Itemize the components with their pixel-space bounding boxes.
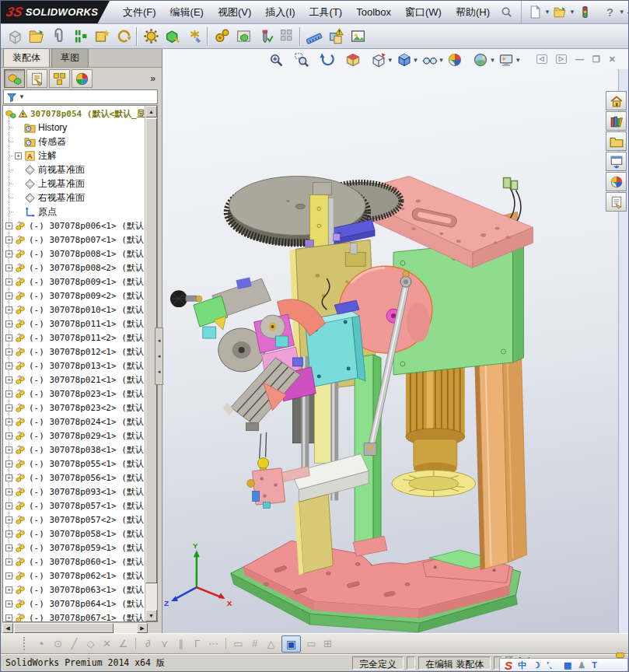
expand-icon[interactable]: +	[5, 502, 12, 509]
fastener-wizard-icon[interactable]	[254, 26, 276, 47]
tree-item[interactable]: + History	[3, 121, 145, 135]
expand-icon[interactable]: +	[5, 222, 12, 229]
filter-caret-icon[interactable]: ▼	[19, 93, 25, 100]
snap-relation-icon[interactable]: ⋯	[205, 638, 222, 649]
attachment-icon[interactable]	[47, 26, 69, 47]
tree-component-item[interactable]: + (-) 307078p023<1> (默认	[3, 387, 145, 401]
tree-component-item[interactable]: + (-) 307078p011<1> (默认	[3, 317, 145, 331]
ime-button[interactable]: ’、	[547, 661, 557, 670]
menu-item[interactable]: 文件(F)	[116, 2, 163, 23]
scroll-left-icon[interactable]: ◀	[2, 623, 13, 633]
model-base[interactable]	[231, 541, 521, 632]
tree-component-item[interactable]: + (-) 307078p059<1> (默认	[3, 541, 145, 555]
snap-relation-icon[interactable]: ∂	[140, 638, 156, 649]
sketch-icon[interactable]	[183, 26, 205, 47]
mate-icon[interactable]	[69, 26, 91, 47]
hud-button[interactable]: ▼	[318, 51, 344, 69]
move-gear-icon[interactable]	[140, 26, 162, 47]
tree-component-item[interactable]: + (-) 307078p057<2> (默认	[3, 513, 145, 527]
expand-icon[interactable]: +	[5, 306, 12, 313]
hud-button[interactable]: ▼	[471, 51, 497, 69]
tree-component-item[interactable]: + (-) 307078p058<1> (默认	[3, 527, 145, 541]
menu-item[interactable]: 窗口(W)	[398, 2, 449, 23]
scrollbar-thumb[interactable]	[14, 623, 114, 633]
search-button[interactable]	[497, 1, 516, 23]
tree-component-item[interactable]: + (-) 307078p012<1> (默认	[3, 345, 145, 359]
dropdown-caret-icon[interactable]: ▼	[439, 57, 445, 64]
snap-tool-icon[interactable]: ⊙	[50, 638, 66, 649]
scroll-down-icon[interactable]: ▼	[145, 610, 157, 621]
restore-doc-button[interactable]: ❐	[592, 55, 600, 64]
ime-button[interactable]: ♟	[578, 661, 585, 670]
hud-button[interactable]: ▼	[369, 51, 395, 69]
tree-component-item[interactable]: + (-) 307078p006<1> (默认	[3, 219, 145, 233]
measure-icon[interactable]	[303, 26, 325, 47]
expand-icon[interactable]: +	[5, 558, 12, 565]
dropdown-caret-icon[interactable]: ▼	[544, 9, 550, 16]
snap-grid-icon[interactable]: ▭	[230, 638, 246, 649]
tree-item[interactable]: + 传感器	[3, 135, 145, 149]
expand-icon[interactable]: +	[5, 516, 12, 523]
ime-button[interactable]: ☽	[533, 661, 540, 670]
hud-button[interactable]: ▼	[497, 51, 522, 69]
task-pane-tab[interactable]	[606, 111, 627, 131]
quick-button[interactable]	[528, 5, 543, 20]
gold-gears-icon[interactable]	[211, 26, 232, 47]
document-tab[interactable]: 装配体	[3, 48, 50, 67]
snap-tool-icon[interactable]: •	[33, 638, 50, 649]
expand-icon[interactable]: +	[5, 446, 12, 453]
pattern-gray-icon[interactable]	[276, 26, 298, 47]
snap-tool-icon[interactable]: ◇	[82, 638, 99, 649]
pane-overflow-chevron[interactable]: »	[150, 73, 159, 84]
tree-item[interactable]: + 右视基准面	[3, 191, 145, 205]
tree-item[interactable]: + 上视基准面	[3, 177, 145, 191]
tree-component-item[interactable]: + (-) 307078p064<1> (默认	[3, 597, 145, 611]
open-folder-icon[interactable]	[26, 26, 47, 47]
tree-component-item[interactable]: + (-) 307078p008<1> (默认	[3, 247, 145, 261]
menu-item[interactable]: 工具(T)	[302, 2, 350, 23]
toolbar-drag-handle[interactable]	[23, 637, 26, 650]
hud-button[interactable]: ▼	[292, 51, 318, 69]
ime-toolbar[interactable]: S 中☽’、▦♟T	[499, 658, 628, 671]
tree-component-item[interactable]: + (-) 307078p023<2> (默认	[3, 401, 145, 415]
task-pane-tab[interactable]	[606, 152, 627, 171]
menu-item[interactable]: 编辑(E)	[163, 2, 211, 23]
tree-component-item[interactable]: + (-) 307078p060<1> (默认	[3, 555, 145, 569]
pane-tab[interactable]	[4, 69, 25, 88]
snap-grid-icon[interactable]: △	[263, 638, 279, 649]
tree-component-item[interactable]: + (-) 307078p062<1> (默认	[3, 569, 145, 583]
expand-icon[interactable]: +	[5, 236, 12, 243]
ime-button[interactable]: ▦	[564, 661, 571, 670]
menu-item[interactable]: 插入(I)	[258, 2, 302, 23]
tree-root-item[interactable]: 307078p054 (默认<默认_显	[3, 107, 145, 121]
tree-component-item[interactable]: + (-) 307078p055<1> (默认	[3, 457, 145, 471]
quick-button[interactable]	[603, 5, 618, 20]
pane-tab[interactable]	[72, 69, 93, 88]
component-ghost-icon[interactable]	[4, 26, 26, 47]
expand-icon[interactable]: +	[5, 600, 12, 607]
hud-button[interactable]: ▼	[421, 51, 446, 69]
smart-component-icon[interactable]	[91, 26, 113, 47]
task-pane-tab[interactable]	[606, 172, 627, 191]
scroll-up-icon[interactable]: ▲	[145, 106, 157, 117]
hud-button[interactable]: ▼	[267, 51, 292, 69]
tree-component-item[interactable]: + (-) 307078p038<1> (默认	[3, 443, 145, 457]
tree-horizontal-scrollbar[interactable]: ◀ ▶	[2, 622, 148, 633]
tree-component-item[interactable]: + (-) 307078p007<1> (默认	[3, 233, 145, 247]
expand-icon[interactable]: +	[5, 418, 12, 425]
expand-icon[interactable]: +	[5, 544, 12, 551]
dropdown-caret-icon[interactable]: ▼	[413, 57, 419, 64]
tree-component-item[interactable]: + (-) 307078p057<1> (默认	[3, 499, 145, 513]
expand-icon[interactable]: +	[5, 250, 12, 257]
dropdown-caret-icon[interactable]: ▼	[489, 57, 495, 64]
viewport-layout-icon[interactable]: ⊞	[320, 638, 336, 649]
image-frame-icon[interactable]	[347, 26, 369, 47]
menu-item[interactable]: Toolbox	[349, 2, 398, 23]
quick-button[interactable]	[578, 5, 593, 20]
snap-relation-icon[interactable]: Γ	[189, 638, 205, 649]
task-pane-tab[interactable]	[606, 91, 627, 110]
tree-component-item[interactable]: + (-) 307078p056<1> (默认	[3, 471, 145, 485]
ime-button[interactable]: T	[592, 661, 597, 670]
menu-item[interactable]: 帮助(H)	[449, 2, 497, 23]
pane-tab[interactable]	[26, 69, 47, 88]
